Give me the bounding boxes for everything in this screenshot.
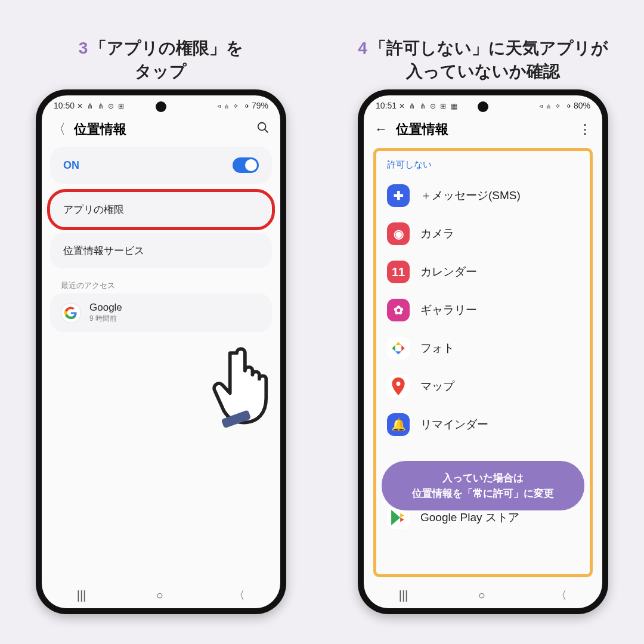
nav-back-icon[interactable]: 〈: [233, 587, 245, 603]
app-row-calendar[interactable]: 11 カレンダー: [380, 253, 586, 291]
screen-header: 〈 位置情報: [42, 116, 280, 147]
nav-recent-icon[interactable]: |||: [399, 589, 408, 602]
gallery-icon: ✿: [387, 299, 410, 321]
maps-icon: [387, 375, 410, 398]
back-icon[interactable]: 〈: [52, 120, 66, 138]
svg-point-3: [396, 382, 400, 386]
google-icon: [61, 303, 81, 323]
camera-hole: [156, 101, 166, 112]
recent-app-time: 9 時間前: [89, 314, 122, 324]
app-row-maps[interactable]: マップ: [380, 367, 586, 405]
deny-label: 許可しない: [380, 157, 586, 177]
reminder-icon: 🔔: [387, 413, 410, 436]
navbar: ||| ○ 〈: [42, 582, 280, 608]
app-permissions-row[interactable]: アプリの権限: [50, 192, 272, 227]
instruction-pill: 入っていた場合は 位置情報を「常に許可」に変更: [382, 461, 584, 510]
nav-home-icon[interactable]: ○: [156, 589, 163, 602]
recent-app-name: Google: [89, 302, 122, 314]
app-row-photos[interactable]: フォト: [380, 329, 586, 367]
content: 許可しない ✚ ＋メッセージ(SMS) ◉ カメラ 11 カレンダー ✿ ギャラ…: [364, 147, 602, 582]
nav-home-icon[interactable]: ○: [478, 589, 485, 602]
app-row-reminder[interactable]: 🔔 リマインダー: [380, 405, 586, 444]
nav-recent-icon[interactable]: |||: [77, 589, 86, 602]
location-service-row[interactable]: 位置情報サービス: [50, 233, 272, 268]
app-row-camera[interactable]: ◉ カメラ: [380, 215, 586, 253]
location-toggle-card[interactable]: ON: [50, 147, 272, 184]
app-row-sms[interactable]: ✚ ＋メッセージ(SMS): [380, 177, 586, 215]
calendar-icon: 11: [387, 261, 410, 283]
app-row-gallery[interactable]: ✿ ギャラリー: [380, 291, 586, 329]
phone-right: 10:51 ✕ ⋔ ⋔ ⊙ ⊞ ▦ ◁ ⋔ ᯤ ◑ 80% ← 位置情報 ⋮ 許…: [358, 89, 608, 614]
more-icon[interactable]: ⋮: [578, 122, 592, 137]
step3-number: 3: [79, 39, 88, 57]
step3-caption: 3「アプリの権限」を タップ: [79, 30, 244, 89]
navbar: ||| ○ 〈: [364, 582, 602, 608]
phone-left: 10:50 ✕ ⋔ ⋔ ⊙ ⊞ ◁ ⋔ ᯤ ◑ 79% 〈 位置情報 ON アプ…: [36, 89, 286, 614]
search-icon[interactable]: [256, 121, 270, 138]
step4-caption: 4「許可しない」に天気アプリが 入っていないか確認: [358, 30, 608, 89]
recent-access-label: 最近のアクセス: [50, 274, 272, 293]
nav-back-icon[interactable]: 〈: [555, 587, 567, 603]
page-title: 位置情報: [74, 120, 126, 138]
svg-line-1: [265, 129, 268, 133]
toggle-on-icon[interactable]: [233, 157, 259, 173]
photos-icon: [387, 337, 410, 360]
step4-number: 4: [358, 39, 367, 57]
page-title: 位置情報: [396, 120, 448, 138]
highlight-box: 許可しない ✚ ＋メッセージ(SMS) ◉ カメラ 11 カレンダー ✿ ギャラ…: [373, 148, 593, 577]
content: ON アプリの権限 位置情報サービス 最近のアクセス Google 9 時間前: [42, 147, 280, 582]
camera-hole: [478, 101, 488, 112]
screen-header: ← 位置情報 ⋮: [364, 116, 602, 147]
back-icon[interactable]: ←: [374, 122, 388, 137]
step4: 4「許可しない」に天気アプリが 入っていないか確認 10:51 ✕ ⋔ ⋔ ⊙ …: [334, 30, 632, 614]
on-label: ON: [63, 159, 79, 172]
recent-access-item[interactable]: Google 9 時間前: [50, 293, 272, 332]
svg-point-0: [258, 123, 266, 131]
sms-icon: ✚: [387, 184, 410, 207]
step3: 3「アプリの権限」を タップ 10:50 ✕ ⋔ ⋔ ⊙ ⊞ ◁ ⋔ ᯤ ◑ 7…: [12, 30, 310, 614]
camera-icon: ◉: [387, 222, 410, 245]
